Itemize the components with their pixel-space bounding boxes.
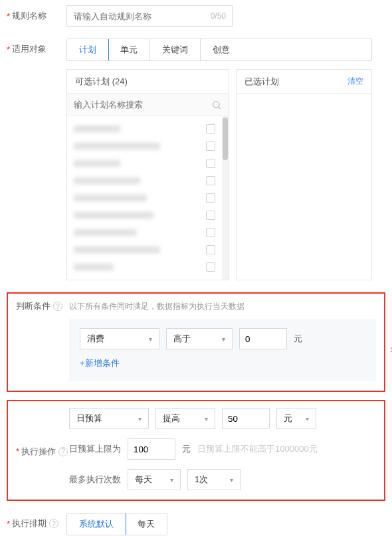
help-icon[interactable]: ? bbox=[58, 447, 68, 456]
list-item[interactable] bbox=[67, 224, 222, 241]
svg-line-1 bbox=[219, 107, 221, 109]
condition-value-input[interactable] bbox=[239, 328, 287, 349]
help-icon[interactable]: ? bbox=[49, 519, 58, 528]
list-item[interactable] bbox=[67, 258, 222, 276]
list-item[interactable] bbox=[67, 172, 222, 189]
rule-name-label: *规则名称 bbox=[7, 5, 66, 22]
selected-empty-area bbox=[237, 94, 371, 280]
schedule-row: *执行排期 ? 系统默认 每天 bbox=[7, 513, 385, 535]
condition-label: 判断条件 ? 以下所有条件同时满足，数据指标为执行当天数据 bbox=[16, 300, 376, 312]
add-condition-link[interactable]: +新增条件 bbox=[80, 357, 120, 369]
metric-select[interactable]: 消费▾ bbox=[80, 328, 159, 349]
chevron-down-icon: ▾ bbox=[149, 335, 152, 343]
plan-list bbox=[67, 116, 229, 280]
condition-section: 判断条件 ? 以下所有条件同时满足，数据指标为执行当天数据 消费▾ 高于▾ 元 … bbox=[7, 292, 385, 392]
tab-unit[interactable]: 单元 bbox=[108, 39, 150, 60]
plan-search-input[interactable] bbox=[74, 100, 211, 110]
cap-value-input[interactable] bbox=[128, 438, 175, 460]
freq-period-select[interactable]: 每天▾ bbox=[128, 469, 181, 490]
condition-block: 消费▾ 高于▾ 元 × +新增条件 bbox=[69, 319, 376, 381]
cap-label: 日预算上限为 bbox=[69, 443, 121, 455]
checkbox[interactable] bbox=[206, 141, 215, 151]
list-item[interactable] bbox=[67, 207, 222, 224]
list-item[interactable] bbox=[67, 138, 222, 155]
available-panel-head: 可选计划 (24) bbox=[67, 70, 229, 94]
scroll-thumb[interactable] bbox=[223, 118, 228, 160]
chevron-down-icon: ▾ bbox=[222, 335, 225, 343]
list-item[interactable] bbox=[67, 241, 222, 258]
selected-panel-head: 已选计划 清空 bbox=[237, 70, 371, 94]
target-row: *适用对象 计划 单元 关键词 创意 可选计划 (24) bbox=[7, 39, 385, 280]
chevron-down-icon: ▾ bbox=[138, 415, 142, 422]
schedule-tab-daily[interactable]: 每天 bbox=[126, 513, 167, 535]
schedule-tabs: 系统默认 每天 bbox=[66, 513, 167, 535]
target-tabs: 计划 单元 关键词 创意 bbox=[66, 39, 372, 61]
action-unit-select[interactable]: 元▾ bbox=[276, 408, 316, 429]
help-icon[interactable]: ? bbox=[53, 302, 62, 311]
schedule-tab-default[interactable]: 系统默认 bbox=[66, 513, 126, 535]
list-item[interactable] bbox=[67, 155, 222, 172]
remove-condition-button[interactable]: × bbox=[390, 344, 392, 356]
target-label: *适用对象 bbox=[7, 39, 66, 55]
cap-hint: 日预算上限不能高于1000000元 bbox=[197, 443, 318, 455]
operator-select[interactable]: 高于▾ bbox=[166, 328, 233, 349]
scrollbar[interactable] bbox=[222, 116, 229, 280]
checkbox[interactable] bbox=[206, 262, 215, 272]
condition-hint: 以下所有条件同时满足，数据指标为执行当天数据 bbox=[69, 301, 245, 312]
clear-button[interactable]: 清空 bbox=[347, 76, 363, 87]
freq-count-select[interactable]: 1次▾ bbox=[187, 469, 241, 490]
list-item[interactable] bbox=[67, 189, 222, 207]
checkbox[interactable] bbox=[206, 245, 215, 254]
chevron-down-icon: ▾ bbox=[170, 476, 173, 484]
plan-search-bar bbox=[67, 94, 229, 116]
action-value-input[interactable] bbox=[222, 408, 270, 429]
checkbox[interactable] bbox=[206, 124, 215, 134]
tab-keyword[interactable]: 关键词 bbox=[150, 39, 201, 60]
schedule-label: *执行排期 ? bbox=[7, 513, 66, 529]
tab-creative[interactable]: 创意 bbox=[201, 39, 242, 60]
freq-label: 最多执行次数 bbox=[69, 474, 121, 486]
action-op-select[interactable]: 提高▾ bbox=[155, 408, 215, 429]
chevron-down-icon: ▾ bbox=[205, 415, 208, 422]
list-item[interactable] bbox=[67, 120, 222, 138]
action-section: *执行操作 ? 日预算▾ 提高▾ 元▾ 日预算上限为 元 日预算上限不能高 bbox=[7, 400, 385, 501]
checkbox[interactable] bbox=[206, 193, 215, 203]
available-plans-panel: 可选计划 (24) bbox=[66, 69, 229, 280]
action-label: *执行操作 ? bbox=[16, 408, 69, 490]
checkbox[interactable] bbox=[206, 211, 215, 220]
condition-unit: 元 bbox=[294, 333, 302, 345]
chevron-down-icon: ▾ bbox=[306, 415, 309, 422]
search-icon bbox=[211, 100, 222, 110]
checkbox[interactable] bbox=[206, 228, 215, 237]
chevron-down-icon: ▾ bbox=[230, 476, 233, 484]
rule-name-row: *规则名称 0/50 bbox=[7, 5, 385, 27]
selected-plans-panel: 已选计划 清空 bbox=[236, 69, 372, 280]
action-metric-select[interactable]: 日预算▾ bbox=[69, 408, 149, 429]
cap-unit: 元 bbox=[182, 443, 191, 455]
tab-plan[interactable]: 计划 bbox=[66, 39, 109, 61]
rule-name-input[interactable] bbox=[66, 5, 233, 27]
checkbox[interactable] bbox=[206, 176, 215, 185]
checkbox[interactable] bbox=[206, 159, 215, 168]
svg-point-0 bbox=[213, 101, 219, 107]
dual-panel: 可选计划 (24) bbox=[66, 69, 372, 280]
char-counter: 0/50 bbox=[211, 5, 226, 27]
